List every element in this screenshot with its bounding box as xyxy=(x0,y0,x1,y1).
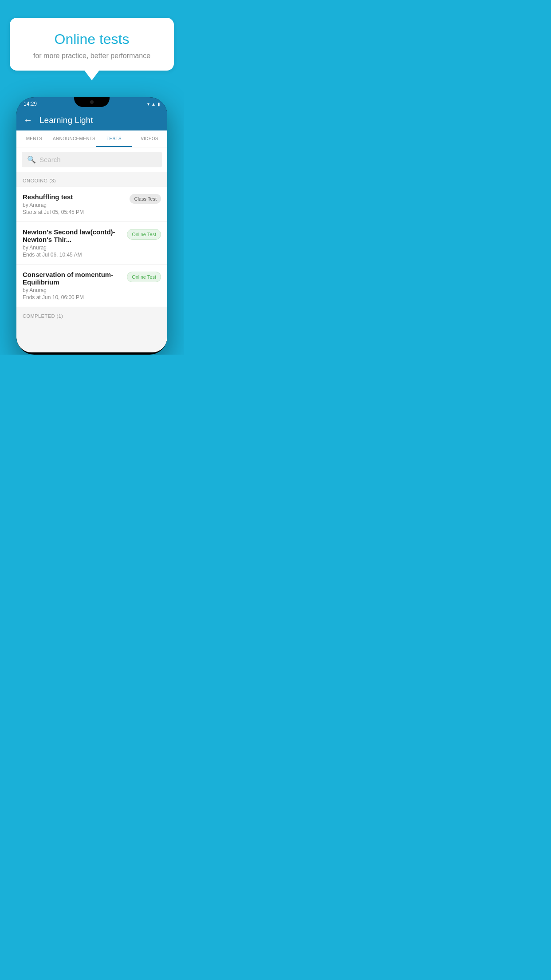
battery-icon: ▮ xyxy=(157,102,160,107)
completed-section-header: COMPLETED (1) xyxy=(16,307,167,322)
test-by: by Anurag xyxy=(23,287,122,293)
signal-icon: ▲ xyxy=(151,102,156,107)
test-name: Conservation of momentum-Equilibrium xyxy=(23,271,122,286)
test-date: Ends at Jul 06, 10:45 AM xyxy=(23,252,122,258)
test-item[interactable]: Newton's Second law(contd)-Newton's Thir… xyxy=(16,222,167,265)
search-box[interactable]: 🔍 Search xyxy=(22,152,162,167)
test-info: Conservation of momentum-Equilibrium by … xyxy=(23,271,122,300)
speech-bubble: Online tests for more practice, better p… xyxy=(10,18,174,71)
test-by: by Anurag xyxy=(23,202,125,208)
test-by: by Anurag xyxy=(23,245,122,251)
phone-device: 14:29 ▾ ▲ ▮ ← Learning Light MENTS xyxy=(16,97,167,355)
completed-label: COMPLETED (1) xyxy=(23,313,63,319)
phone-notch xyxy=(74,97,110,107)
tab-tests[interactable]: TESTS xyxy=(96,130,132,147)
test-date: Starts at Jul 05, 05:45 PM xyxy=(23,209,125,215)
test-info: Reshuffling test by Anurag Starts at Jul… xyxy=(23,193,125,215)
status-time: 14:29 xyxy=(24,101,37,107)
wifi-icon: ▾ xyxy=(147,102,150,107)
camera-dot xyxy=(90,100,94,104)
test-badge-online-2: Online Test xyxy=(127,272,161,282)
test-name: Newton's Second law(contd)-Newton's Thir… xyxy=(23,228,122,243)
test-badge-class: Class Test xyxy=(130,194,161,204)
back-button[interactable]: ← xyxy=(24,115,32,125)
bubble-area: Online tests for more practice, better p… xyxy=(0,0,184,75)
tab-ments[interactable]: MENTS xyxy=(16,130,52,147)
search-icon: 🔍 xyxy=(27,155,36,164)
bubble-subtitle: for more practice, better performance xyxy=(23,52,161,60)
test-item[interactable]: Conservation of momentum-Equilibrium by … xyxy=(16,265,167,307)
search-placeholder: Search xyxy=(39,156,61,163)
phone-screen: MENTS ANNOUNCEMENTS TESTS VIDEOS 🔍 Searc… xyxy=(16,130,167,352)
toolbar: ← Learning Light xyxy=(16,110,167,130)
status-bar: 14:29 ▾ ▲ ▮ xyxy=(16,97,167,110)
toolbar-title: Learning Light xyxy=(39,115,93,125)
tabs-bar: MENTS ANNOUNCEMENTS TESTS VIDEOS xyxy=(16,130,167,147)
phone-wrapper: 14:29 ▾ ▲ ▮ ← Learning Light MENTS xyxy=(0,97,184,355)
test-date: Ends at Jun 10, 06:00 PM xyxy=(23,294,122,300)
tab-announcements[interactable]: ANNOUNCEMENTS xyxy=(52,130,96,147)
ongoing-label: ONGOING (3) xyxy=(23,178,56,183)
test-name: Reshuffling test xyxy=(23,193,125,201)
bubble-title: Online tests xyxy=(23,31,161,47)
test-info: Newton's Second law(contd)-Newton's Thir… xyxy=(23,228,122,258)
test-badge-online: Online Test xyxy=(127,229,161,240)
status-icons: ▾ ▲ ▮ xyxy=(147,102,160,107)
search-container: 🔍 Search xyxy=(16,147,167,172)
tab-videos[interactable]: VIDEOS xyxy=(132,130,167,147)
test-item[interactable]: Reshuffling test by Anurag Starts at Jul… xyxy=(16,187,167,222)
ongoing-section-header: ONGOING (3) xyxy=(16,172,167,187)
tests-list: Reshuffling test by Anurag Starts at Jul… xyxy=(16,187,167,307)
